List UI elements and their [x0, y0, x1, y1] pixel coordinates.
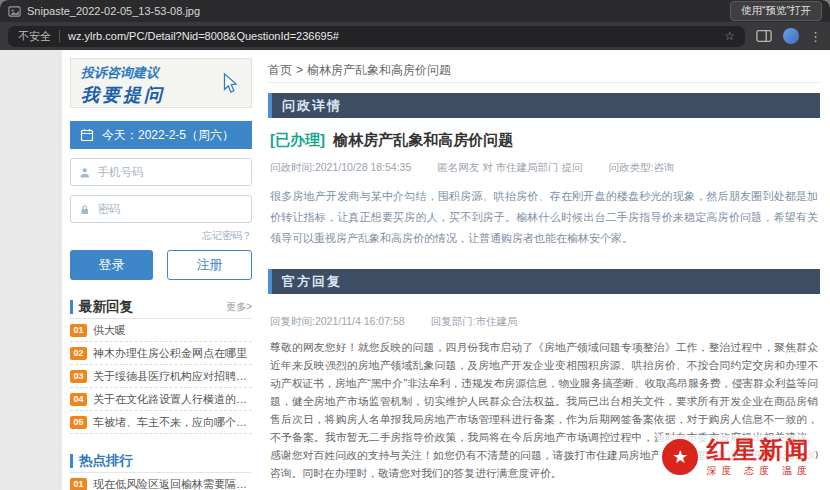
reply-section-header: 官方回复: [268, 269, 820, 294]
question-title-row: [已办理] 榆林房产乱象和高房价问题: [270, 131, 818, 150]
reply-meta: 回复时间:2021/11/4 16:07:58 回复部门:市住建局: [270, 315, 818, 329]
watermark-brand: 红星新闻: [706, 437, 812, 462]
reply-department: 回复部门:市住建局: [431, 315, 518, 329]
list-item[interactable]: 01 现在低风险区返回榆林需要隔离吗？: [70, 473, 252, 490]
breadcrumb-current: 榆林房产乱象和高房价问题: [307, 62, 451, 79]
browser-actions: ⋮: [755, 28, 822, 44]
list-item[interactable]: 01 供大暖: [70, 319, 252, 342]
rank-badge: 01: [70, 324, 87, 337]
reply-section-title: 官方回复: [282, 273, 342, 291]
rank-badge: 03: [70, 370, 87, 383]
side-panel-icon[interactable]: [755, 28, 773, 44]
item-title: 关于在文化路设置人行横道的建议: [93, 392, 252, 407]
browser-toolbar: 不安全 wz.ylrb.com/PC/Detail?Nid=8008&Quest…: [0, 22, 830, 50]
phone-field[interactable]: [70, 158, 252, 186]
window-title: Snipaste_2022-02-05_13-53-08.jpg: [27, 5, 724, 17]
detail-section-title: 问政详情: [282, 97, 342, 115]
bookmark-star-icon[interactable]: ☆: [724, 29, 735, 43]
forgot-password-link[interactable]: 忘记密码？: [70, 229, 252, 243]
hot-ranking-title: 热点排行: [79, 452, 252, 470]
list-item[interactable]: 02 神木办理住房公积金网点在哪里: [70, 342, 252, 365]
user-icon: [79, 166, 91, 179]
sidebar: 投诉咨询建议 我要提问 今天：2022-2-5（周六）: [70, 58, 252, 490]
page-content: 投诉咨询建议 我要提问 今天：2022-2-5（周六）: [62, 50, 830, 490]
phone-input[interactable]: [98, 166, 243, 178]
date-text: 今天：2022-2-5（周六）: [102, 127, 234, 144]
breadcrumb-separator: >: [296, 63, 303, 77]
register-button[interactable]: 注册: [167, 250, 252, 280]
latest-replies-section: 最新回复 更多> 01 供大暖 02 神木办理住房公积金网点在哪里 03 关于绥…: [70, 295, 252, 434]
header-accent: [70, 300, 73, 314]
date-bar: 今天：2022-2-5（周六）: [70, 121, 252, 149]
star-glyph: ★: [672, 446, 688, 468]
profile-avatar[interactable]: [783, 28, 799, 44]
watermark: ★ 红星新闻 深度 态度 温度: [658, 435, 816, 480]
main-content: 首页 > 榆林房产乱象和高房价问题 问政详情 [已办理] 榆林房产乱象和高房价问…: [268, 58, 820, 490]
address-divider: [59, 30, 60, 42]
url-text: wz.ylrb.com/PC/Detail?Nid=8008&QuestionI…: [68, 30, 716, 42]
item-title: 供大暖: [93, 323, 252, 338]
breadcrumb-home-link[interactable]: 首页: [268, 62, 292, 79]
security-label: 不安全: [18, 29, 51, 44]
latest-replies-header: 最新回复 更多>: [70, 295, 252, 319]
status-badge: [已办理]: [270, 131, 325, 148]
address-bar[interactable]: 不安全 wz.ylrb.com/PC/Detail?Nid=8008&Quest…: [8, 26, 745, 47]
login-form: 忘记密码？ 登录 注册: [70, 158, 252, 280]
list-item[interactable]: 05 车被堵、车主不来，应向哪个单位反应: [70, 411, 252, 434]
preview-window: Snipaste_2022-02-05_13-53-08.jpg 使用“预览”打…: [0, 0, 830, 490]
login-button[interactable]: 登录: [70, 250, 153, 280]
watermark-text: 红星新闻 深度 态度 温度: [706, 437, 812, 478]
menu-icon[interactable]: ⋮: [809, 30, 822, 43]
hot-ranking-header: 热点排行: [70, 449, 252, 473]
rank-badge: 02: [70, 347, 87, 360]
rank-badge: 01: [70, 478, 87, 490]
header-accent: [70, 454, 73, 468]
image-file-icon: [8, 5, 21, 18]
hand-click-icon: [219, 72, 241, 94]
password-input[interactable]: [98, 203, 243, 215]
item-title: 神木办理住房公积金网点在哪里: [93, 346, 252, 361]
item-title: 车被堵、车主不来，应向哪个单位反应: [93, 415, 252, 430]
ask-question-banner[interactable]: 投诉咨询建议 我要提问: [70, 58, 252, 108]
lock-icon: [79, 203, 91, 216]
breadcrumb: 首页 > 榆林房产乱象和高房价问题: [268, 58, 820, 83]
reply-time: 回复时间:2021/11/4 16:07:58: [270, 315, 405, 329]
webpage: 投诉咨询建议 我要提问 今天：2022-2-5（周六）: [0, 50, 830, 490]
more-link[interactable]: 更多>: [226, 300, 252, 314]
login-buttons: 登录 注册: [70, 250, 252, 280]
question-block: [已办理] 榆林房产乱象和高房价问题 问政时间:2021/10/28 18:54…: [268, 118, 820, 269]
window-titlebar: Snipaste_2022-02-05_13-53-08.jpg 使用“预览”打…: [0, 0, 830, 22]
question-time: 问政时间:2021/10/28 18:54:35: [270, 161, 411, 175]
item-title: 现在低风险区返回榆林需要隔离吗？: [93, 477, 252, 490]
item-title: 关于绥德县医疗机构应对招聘安家费发放补...: [93, 369, 252, 384]
question-body: 很多房地产开发商与某中介勾结，囤积房源、哄抬房价、存在刚开盘的楼盘秒光的现象，然…: [270, 186, 818, 249]
question-title: 榆林房产乱象和高房价问题: [333, 131, 513, 148]
detail-section-header: 问政详情: [268, 93, 820, 118]
list-item[interactable]: 04 关于在文化路设置人行横道的建议: [70, 388, 252, 411]
rank-badge: 05: [70, 416, 87, 429]
list-item[interactable]: 03 关于绥德县医疗机构应对招聘安家费发放补...: [70, 365, 252, 388]
redstar-logo-icon: ★: [662, 439, 698, 475]
password-field[interactable]: [70, 195, 252, 223]
hot-ranking-section: 热点排行 01 现在低风险区返回榆林需要隔离吗？: [70, 449, 252, 490]
calendar-icon: [80, 128, 94, 142]
latest-replies-title: 最新回复: [79, 298, 226, 316]
open-with-preview-button[interactable]: 使用“预览”打开: [730, 1, 822, 21]
question-asker: 匿名网友 对 市住建局部门 提问: [437, 161, 582, 175]
question-type: 问政类型:咨询: [609, 161, 675, 175]
rank-badge: 04: [70, 393, 87, 406]
watermark-slogan: 深度 态度 温度: [706, 464, 812, 478]
question-meta: 问政时间:2021/10/28 18:54:35 匿名网友 对 市住建局部门 提…: [270, 161, 818, 175]
